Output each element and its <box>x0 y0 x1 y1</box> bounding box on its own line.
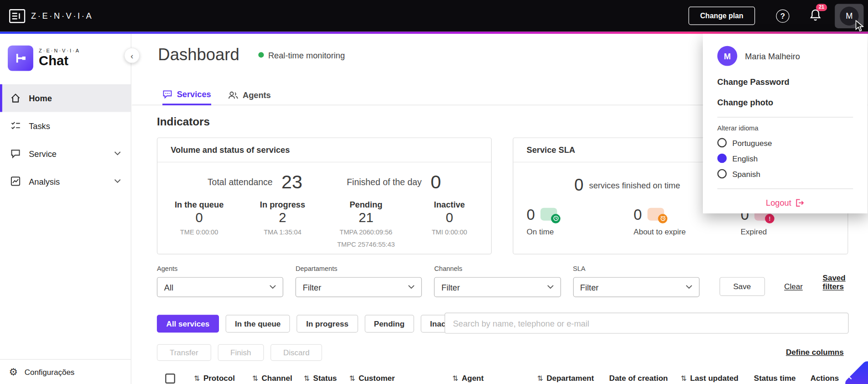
chevron-down-icon <box>408 285 415 290</box>
column-label: Departament <box>546 374 594 382</box>
col-date-of-creation[interactable]: Date of creation <box>609 373 681 383</box>
select-all-cell <box>157 373 194 384</box>
sla-label: On time <box>527 227 634 236</box>
total-attendance-value: 23 <box>281 171 302 193</box>
radio-selected-icon[interactable] <box>717 154 727 163</box>
language-option-spanish[interactable]: Spanish <box>717 169 853 179</box>
save-filter-button[interactable]: Save <box>719 277 765 296</box>
user-dropdown-menu: M Maria Malheiro Change Password Change … <box>703 34 868 213</box>
departaments-filter-select[interactable]: Filter <box>296 277 422 297</box>
agents-filter-select[interactable]: All <box>157 277 283 297</box>
sort-icon[interactable]: ⇅ <box>681 374 686 382</box>
discard-button[interactable]: Discard <box>270 344 322 361</box>
sidebar-product-text: Chat <box>39 54 80 68</box>
logout-button[interactable]: Logout <box>717 198 853 208</box>
stat-pending: Pending 21 TMPA 2060:09:56 TMPC 25746:55… <box>324 200 408 250</box>
settings-label: Configurações <box>25 368 75 376</box>
language-section-label: Alterar idioma <box>717 124 853 132</box>
sidebar-item-service[interactable]: Service <box>0 140 131 167</box>
column-label: Actions <box>811 374 839 382</box>
sla-filter-select[interactable]: Filter <box>573 277 699 297</box>
select-all-checkbox[interactable] <box>165 374 175 384</box>
sla-summary-value: 0 <box>574 176 583 194</box>
stat-sub: TMI 0:00:00 <box>408 227 491 238</box>
stat-label: In progress <box>241 200 324 209</box>
finish-button[interactable]: Finish <box>218 344 264 361</box>
filters-bar: Agents All Departaments Filter Channels … <box>157 265 868 297</box>
sort-icon[interactable]: ⇅ <box>349 374 355 382</box>
sidebar-item-tasks[interactable]: Tasks <box>0 112 131 140</box>
sidebar-item-home[interactable]: Home <box>0 84 131 112</box>
help-icon[interactable]: ? <box>776 9 789 22</box>
sort-icon[interactable]: ⇅ <box>537 374 543 382</box>
notifications-button[interactable]: 21 <box>809 8 821 24</box>
col-status[interactable]: ⇅ Status <box>304 373 349 383</box>
tab-pending[interactable]: Pending <box>364 315 414 332</box>
col-customer[interactable]: ⇅ Customer <box>349 373 452 383</box>
indicators-heading: Indicators <box>157 115 210 128</box>
define-columns-link[interactable]: Define columns <box>786 348 844 356</box>
stat-sub: TMPC 25746:55:43 <box>324 239 408 250</box>
stat-sub: TME 0:00:00 <box>157 227 241 238</box>
tab-in-progress[interactable]: In progress <box>297 315 358 332</box>
sla-label: Expired <box>741 227 848 236</box>
menu-avatar: M <box>717 46 738 66</box>
saved-filters-link[interactable]: Saved filters <box>823 273 868 291</box>
column-label: Agent <box>462 374 483 382</box>
services-table-header: ⇅ Protocol ⇅ Channel ⇅ Status ⇅ Customer… <box>157 373 849 384</box>
radio-icon[interactable] <box>717 169 727 179</box>
transfer-button[interactable]: Transfer <box>157 344 211 361</box>
on-time-icon <box>541 208 561 223</box>
finished-of-day-label: Finished of the day <box>347 177 421 187</box>
sla-filter-group: SLA Filter <box>573 265 699 297</box>
chat-logo-icon <box>8 46 33 71</box>
chat-bubble-icon <box>162 89 172 98</box>
about-to-expire-icon <box>648 208 668 223</box>
tab-agents[interactable]: Agents <box>228 90 271 105</box>
change-photo-link[interactable]: Change photo <box>717 98 853 107</box>
radio-icon[interactable] <box>717 138 727 148</box>
col-status-time[interactable]: Status time <box>754 373 811 383</box>
stat-in-the-queue: In the queue 0 TME 0:00:00 <box>157 200 241 250</box>
user-avatar-button[interactable]: M <box>835 4 863 28</box>
language-option-portuguese[interactable]: Portuguese <box>717 138 853 148</box>
search-input[interactable] <box>445 312 849 333</box>
col-protocol[interactable]: ⇅ Protocol <box>194 373 252 383</box>
volume-stats: In the queue 0 TME 0:00:00 In progress 2… <box>157 200 491 250</box>
tasks-icon <box>10 120 21 131</box>
col-agent[interactable]: ⇅ Agent <box>452 373 537 383</box>
analysis-icon <box>10 176 21 187</box>
monitoring-label: Real-time monitoring <box>268 50 345 60</box>
tab-label: Agents <box>243 90 271 100</box>
sort-icon[interactable]: ⇅ <box>452 374 458 382</box>
clear-filters-link[interactable]: Clear <box>784 282 803 291</box>
col-last-updated[interactable]: ⇅ Last updated <box>681 373 754 383</box>
change-plan-button[interactable]: Change plan <box>688 7 755 25</box>
language-label: Spanish <box>732 169 760 178</box>
sla-on-time: 0 On time <box>527 207 634 236</box>
change-password-link[interactable]: Change Password <box>717 77 853 87</box>
sidebar-item-analysis[interactable]: Analysis <box>0 167 131 195</box>
monitoring-status: Real-time monitoring <box>258 50 345 60</box>
sort-icon[interactable]: ⇅ <box>304 374 310 382</box>
channels-filter-label: Channels <box>434 265 561 273</box>
sidebar-settings[interactable]: ⚙ Configurações <box>0 359 131 384</box>
finished-of-day-value: 0 <box>431 171 441 193</box>
chat-widget-button[interactable] <box>843 359 868 384</box>
col-departament[interactable]: ⇅ Departament <box>537 373 609 383</box>
tab-services[interactable]: Services <box>162 89 211 105</box>
col-actions: Actions <box>811 373 849 383</box>
page-header: Dashboard Real-time monitoring <box>158 46 345 64</box>
sort-icon[interactable]: ⇅ <box>194 374 200 382</box>
sla-summary-label: services finished on time <box>589 181 681 190</box>
sidebar-collapse-button[interactable]: ‹ <box>124 48 140 63</box>
tab-in-the-queue[interactable]: In the queue <box>225 315 290 332</box>
sort-icon[interactable]: ⇅ <box>252 374 258 382</box>
column-label: Customer <box>359 374 395 382</box>
channels-filter-select[interactable]: Filter <box>434 277 561 297</box>
tab-all-services[interactable]: All services <box>157 315 219 332</box>
language-option-english[interactable]: English <box>717 154 853 163</box>
notification-badge: 21 <box>816 4 827 11</box>
service-status-tabs: All services In the queue In progress Pe… <box>157 315 468 332</box>
col-channel[interactable]: ⇅ Channel <box>252 373 304 383</box>
